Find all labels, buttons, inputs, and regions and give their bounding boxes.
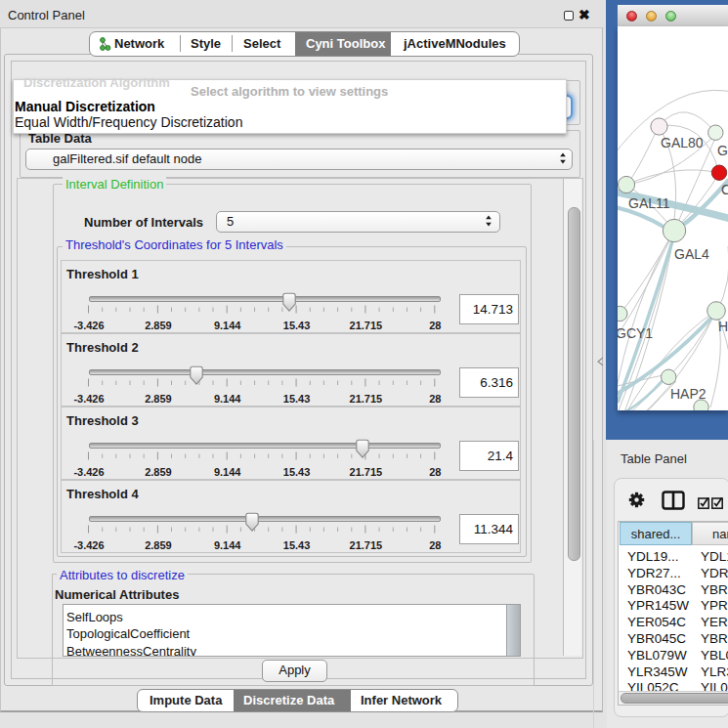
svg-text:HAP2: HAP2 [670, 386, 707, 402]
svg-text:GAL80: GAL80 [661, 135, 704, 150]
svg-text:GAL4: GAL4 [674, 246, 709, 262]
svg-text:GAL11: GAL11 [628, 195, 670, 211]
svg-text:H: H [718, 319, 728, 334]
svg-text:GA: GA [717, 143, 728, 158]
svg-text:C: C [721, 182, 728, 197]
svg-text:GCY1: GCY1 [618, 325, 653, 341]
